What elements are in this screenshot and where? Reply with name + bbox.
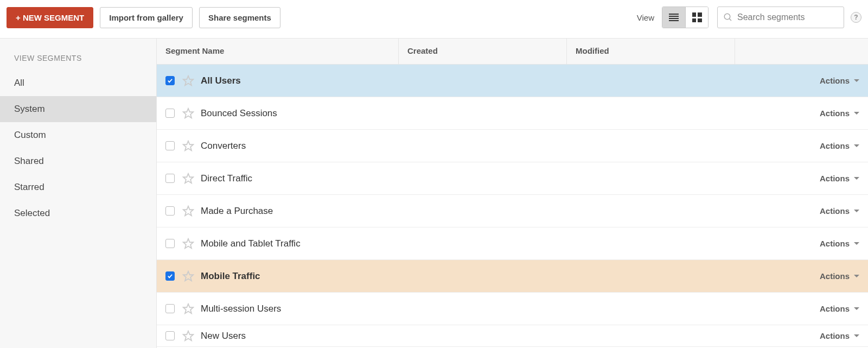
segment-name[interactable]: Multi-session Users bbox=[201, 303, 281, 314]
search-icon bbox=[723, 12, 733, 22]
table-header: Segment Name Created Modified bbox=[157, 39, 868, 65]
table-row: Made a PurchaseActions bbox=[157, 195, 868, 227]
row-checkbox[interactable] bbox=[165, 331, 175, 340]
search-input[interactable] bbox=[737, 12, 838, 22]
svg-line-1 bbox=[729, 18, 731, 21]
row-checkbox[interactable] bbox=[165, 206, 175, 216]
actions-label: Actions bbox=[820, 109, 850, 118]
star-icon[interactable] bbox=[182, 270, 194, 282]
segment-name[interactable]: Direct Traffic bbox=[201, 173, 252, 184]
star-icon[interactable] bbox=[182, 173, 194, 185]
table-row: All UsersActions bbox=[157, 65, 868, 97]
segment-name[interactable]: Mobile and Tablet Traffic bbox=[201, 238, 301, 249]
row-checkbox[interactable] bbox=[165, 174, 175, 183]
svg-marker-9 bbox=[183, 303, 193, 313]
view-grid-button[interactable] bbox=[685, 7, 708, 28]
col-header-modified[interactable]: Modified bbox=[567, 39, 735, 64]
svg-marker-6 bbox=[183, 206, 193, 215]
star-icon[interactable] bbox=[182, 107, 194, 119]
row-checkbox[interactable] bbox=[165, 109, 175, 118]
sidebar-item-shared[interactable]: Shared bbox=[0, 148, 156, 174]
chevron-down-icon bbox=[854, 242, 859, 245]
star-icon[interactable] bbox=[182, 238, 194, 250]
col-header-name[interactable]: Segment Name bbox=[157, 39, 399, 64]
segments-table: Segment Name Created Modified All UsersA… bbox=[157, 39, 868, 348]
row-checkbox[interactable] bbox=[165, 239, 175, 248]
sidebar-title: VIEW SEGMENTS bbox=[0, 39, 156, 70]
star-icon[interactable] bbox=[182, 303, 194, 315]
sidebar: VIEW SEGMENTS AllSystemCustomSharedStarr… bbox=[0, 39, 157, 348]
segment-name[interactable]: Bounced Sessions bbox=[201, 108, 277, 119]
sidebar-item-starred[interactable]: Starred bbox=[0, 174, 156, 200]
segment-name[interactable]: All Users bbox=[201, 75, 241, 86]
sidebar-item-custom[interactable]: Custom bbox=[0, 122, 156, 148]
segment-name[interactable]: New Users bbox=[201, 331, 246, 341]
chevron-down-icon bbox=[854, 112, 859, 115]
table-row: Bounced SessionsActions bbox=[157, 97, 868, 130]
actions-label: Actions bbox=[820, 271, 850, 281]
svg-marker-2 bbox=[183, 75, 193, 85]
actions-dropdown[interactable]: Actions bbox=[820, 331, 859, 340]
actions-label: Actions bbox=[820, 304, 850, 313]
actions-dropdown[interactable]: Actions bbox=[820, 174, 859, 183]
table-row: Mobile and Tablet TrafficActions bbox=[157, 227, 868, 260]
segment-name[interactable]: Converters bbox=[201, 141, 246, 151]
svg-marker-7 bbox=[183, 238, 193, 248]
segment-name[interactable]: Mobile Traffic bbox=[201, 271, 260, 282]
view-toggle bbox=[662, 7, 709, 28]
svg-marker-10 bbox=[183, 331, 193, 340]
row-checkbox[interactable] bbox=[165, 141, 175, 150]
actions-dropdown[interactable]: Actions bbox=[820, 304, 859, 313]
table-row: Multi-session UsersActions bbox=[157, 293, 868, 325]
table-row: ConvertersActions bbox=[157, 130, 868, 162]
col-header-actions bbox=[735, 39, 868, 64]
new-segment-button[interactable]: + New Segment bbox=[7, 7, 93, 28]
table-row: Direct TrafficActions bbox=[157, 162, 868, 195]
sidebar-item-selected[interactable]: Selected bbox=[0, 200, 156, 226]
actions-label: Actions bbox=[820, 206, 850, 216]
star-icon[interactable] bbox=[182, 330, 194, 342]
grid-icon bbox=[692, 12, 702, 22]
search-field[interactable] bbox=[717, 7, 844, 28]
sidebar-item-all[interactable]: All bbox=[0, 70, 156, 96]
svg-marker-8 bbox=[183, 271, 193, 280]
actions-label: Actions bbox=[820, 141, 850, 150]
list-icon bbox=[669, 12, 679, 22]
actions-dropdown[interactable]: Actions bbox=[820, 271, 859, 281]
view-list-button[interactable] bbox=[662, 7, 685, 28]
row-checkbox[interactable] bbox=[165, 76, 175, 85]
actions-label: Actions bbox=[820, 331, 850, 340]
star-icon[interactable] bbox=[182, 75, 194, 87]
chevron-down-icon bbox=[854, 79, 859, 82]
actions-dropdown[interactable]: Actions bbox=[820, 206, 859, 216]
row-checkbox[interactable] bbox=[165, 304, 175, 313]
body: VIEW SEGMENTS AllSystemCustomSharedStarr… bbox=[0, 39, 868, 348]
sidebar-item-system[interactable]: System bbox=[0, 96, 156, 122]
col-header-created[interactable]: Created bbox=[399, 39, 567, 64]
svg-marker-4 bbox=[183, 141, 193, 150]
chevron-down-icon bbox=[854, 144, 859, 147]
import-gallery-button[interactable]: Import from gallery bbox=[100, 7, 193, 28]
row-checkbox[interactable] bbox=[165, 271, 175, 281]
star-icon[interactable] bbox=[182, 140, 194, 152]
help-icon[interactable]: ? bbox=[851, 12, 861, 23]
actions-label: Actions bbox=[820, 174, 850, 183]
star-icon[interactable] bbox=[182, 205, 194, 217]
table-row: New UsersActions bbox=[157, 325, 868, 347]
chevron-down-icon bbox=[854, 334, 859, 337]
view-label: View bbox=[637, 13, 654, 22]
actions-label: Actions bbox=[820, 239, 850, 248]
svg-point-0 bbox=[724, 14, 730, 20]
actions-label: Actions bbox=[820, 76, 850, 85]
share-segments-button[interactable]: Share segments bbox=[199, 7, 280, 28]
table-row: Mobile TrafficActions bbox=[157, 260, 868, 293]
actions-dropdown[interactable]: Actions bbox=[820, 109, 859, 118]
chevron-down-icon bbox=[854, 275, 859, 277]
actions-dropdown[interactable]: Actions bbox=[820, 141, 859, 150]
chevron-down-icon bbox=[854, 307, 859, 310]
actions-dropdown[interactable]: Actions bbox=[820, 239, 859, 248]
chevron-down-icon bbox=[854, 210, 859, 212]
segment-name[interactable]: Made a Purchase bbox=[201, 206, 273, 217]
actions-dropdown[interactable]: Actions bbox=[820, 76, 859, 85]
svg-marker-5 bbox=[183, 173, 193, 182]
